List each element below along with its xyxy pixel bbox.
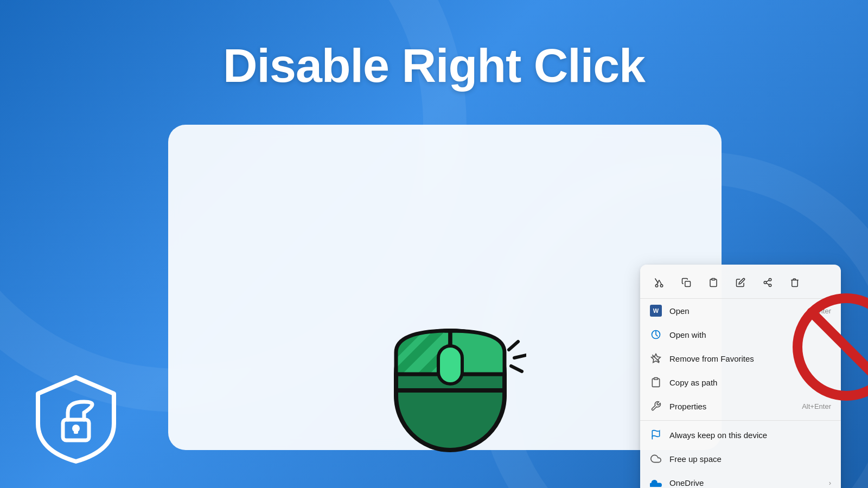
svg-rect-26 — [654, 378, 658, 380]
menu-always-keep-label: Always keep on this device — [669, 431, 831, 440]
rename-button[interactable] — [730, 272, 751, 293]
svg-rect-33 — [74, 428, 78, 434]
copy-path-icon — [650, 376, 662, 388]
cloud-up-icon — [650, 453, 662, 465]
cut-button[interactable] — [649, 272, 669, 293]
onedrive-arrow: › — [829, 479, 831, 487]
svg-line-9 — [514, 355, 526, 358]
svg-rect-16 — [685, 281, 691, 287]
shield-lock-icon — [33, 372, 119, 466]
svg-point-18 — [769, 279, 771, 281]
svg-point-19 — [764, 281, 767, 284]
svg-line-14 — [659, 280, 662, 285]
menu-open-label: Open — [669, 306, 807, 316]
menu-properties-shortcut: Alt+Enter — [802, 402, 831, 410]
svg-point-12 — [660, 285, 663, 287]
svg-point-11 — [655, 285, 658, 287]
copy-button[interactable] — [676, 272, 697, 293]
menu-onedrive-label: OneDrive — [669, 478, 821, 487]
svg-line-22 — [766, 280, 769, 282]
onedrive-icon — [650, 477, 662, 488]
svg-line-10 — [511, 366, 522, 371]
svg-rect-7 — [438, 346, 462, 384]
svg-point-20 — [769, 284, 771, 287]
delete-button[interactable] — [784, 272, 805, 293]
menu-item-onedrive[interactable]: OneDrive › — [640, 471, 841, 488]
mouse-illustration — [374, 266, 526, 463]
svg-line-30 — [812, 312, 868, 382]
svg-rect-17 — [712, 279, 715, 280]
menu-item-always-keep[interactable]: Always keep on this device — [640, 423, 841, 447]
divider-1 — [640, 420, 841, 421]
page-title: Disable Right Click — [223, 38, 645, 93]
svg-line-21 — [766, 283, 769, 285]
menu-properties-label: Properties — [669, 402, 794, 411]
no-symbol-icon — [792, 293, 868, 401]
menu-item-free-space[interactable]: Free up space — [640, 447, 841, 471]
svg-line-15 — [655, 279, 659, 284]
svg-line-8 — [509, 342, 518, 350]
paste-button[interactable] — [703, 272, 724, 293]
content-card: W Open Enter Open with › — [168, 125, 722, 450]
wrench-icon — [650, 400, 662, 412]
star-icon — [650, 352, 662, 364]
main-content: Disable Right Click — [0, 0, 868, 488]
open-with-icon — [650, 329, 662, 341]
menu-free-space-label: Free up space — [669, 454, 831, 464]
cloud-download-icon — [650, 429, 662, 441]
word-icon: W — [650, 305, 662, 317]
share-button[interactable] — [757, 272, 778, 293]
